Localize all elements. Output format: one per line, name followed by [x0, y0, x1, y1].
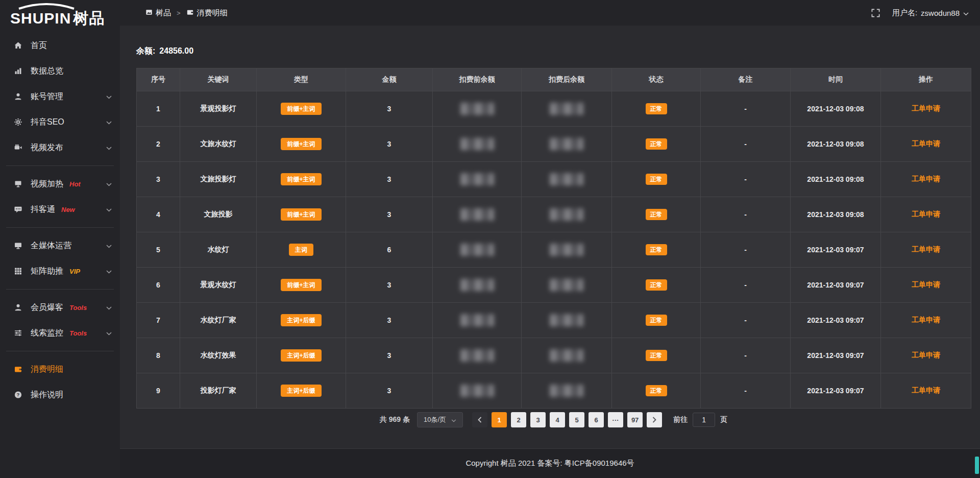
work-order-link[interactable]: 工单申请: [912, 386, 940, 394]
footer: Copyright 树品 2021 备案号: 粤ICP备09019646号: [120, 448, 980, 478]
work-order-link[interactable]: 工单申请: [912, 104, 940, 112]
balance-value: 24856.00: [159, 46, 193, 55]
work-order-link[interactable]: 工单申请: [912, 175, 940, 183]
masked-balance-after: [550, 244, 583, 256]
row-note: -: [744, 316, 747, 324]
sidebar-item-video-publish[interactable]: 视频发布: [0, 135, 120, 160]
sidebar-item-lead-monitor[interactable]: 线索监控 Tools: [0, 320, 120, 346]
masked-balance-after: [550, 103, 583, 115]
type-badge: 主词+后缀: [281, 385, 321, 397]
type-badge: 主词+后缀: [281, 314, 321, 326]
sidebar-item-matrix-boost[interactable]: 矩阵助推 VIP: [0, 258, 120, 284]
sidebar-item-consume-detail[interactable]: 消费明细: [0, 356, 120, 382]
chat-bubble-icon: [14, 205, 23, 213]
sidebar-item-member-burst[interactable]: 会员爆客 Tools: [0, 295, 120, 320]
row-keyword: 景观投影灯: [201, 104, 236, 112]
sidebar-item-label: 消费明细: [31, 364, 63, 375]
masked-balance-before: [460, 349, 494, 362]
masked-balance-before: [460, 385, 494, 397]
sidebar-item-label: 视频加热: [31, 179, 63, 189]
work-order-link[interactable]: 工单申请: [912, 139, 940, 148]
page-button-3[interactable]: 3: [530, 412, 546, 427]
pagination: 共 969 条 10条/页 1 2 3 4 5 6 ··· 97 前往 页: [136, 412, 971, 427]
page-button-2[interactable]: 2: [511, 412, 526, 427]
row-keyword: 景观水纹灯: [201, 280, 236, 289]
sidebar-item-doketong[interactable]: 抖客通 New: [0, 197, 120, 222]
type-badge: 前缀+主词: [281, 173, 321, 185]
sidebar-item-all-media[interactable]: 全媒体运营: [0, 233, 120, 258]
question-icon: ?: [14, 391, 23, 399]
work-order-link[interactable]: 工单申请: [912, 210, 940, 218]
sidebar-divider: [6, 351, 114, 351]
row-amount: 6: [387, 246, 391, 254]
masked-balance-before: [460, 314, 494, 326]
table-row: 8 水纹灯效果 主词+后缀 3 正常 - 2021-12-03 09:07 工单…: [137, 338, 971, 373]
status-badge: 正常: [646, 174, 667, 185]
sidebar-item-home[interactable]: 首页: [0, 33, 120, 58]
page-button-4[interactable]: 4: [550, 412, 565, 427]
row-index: 7: [156, 316, 160, 324]
page-button-97[interactable]: 97: [627, 412, 643, 427]
row-amount: 3: [387, 281, 391, 289]
sidebar-item-label: 抖音SEO: [31, 117, 64, 128]
sidebar-item-douyin-seo[interactable]: 抖音SEO: [0, 109, 120, 135]
page-button-6[interactable]: 6: [589, 412, 604, 427]
masked-balance-before: [460, 279, 494, 291]
sliders-icon: [14, 329, 23, 337]
breadcrumb-root[interactable]: 树品: [145, 8, 171, 18]
page-ellipsis-button[interactable]: ···: [608, 412, 623, 427]
chevron-down-icon: [106, 328, 112, 338]
chevron-down-icon: [106, 205, 112, 214]
col-type: 类型: [257, 68, 346, 91]
next-page-button[interactable]: [647, 412, 662, 427]
sidebar-item-label: 数据总览: [31, 66, 63, 77]
masked-balance-before: [460, 138, 494, 150]
user-icon: [14, 92, 23, 101]
row-keyword: 文旅投影灯: [201, 175, 236, 183]
sidebar-item-data-overview[interactable]: 数据总览: [0, 58, 120, 84]
chevron-down-icon: [106, 117, 112, 127]
work-order-link[interactable]: 工单申请: [912, 351, 940, 359]
member-icon: [14, 303, 23, 312]
sidebar-item-video-heat[interactable]: 视频加热 Hot: [0, 171, 120, 197]
work-order-link[interactable]: 工单申请: [912, 280, 940, 289]
chevron-down-icon: [106, 241, 112, 250]
wallet-icon: [186, 9, 194, 17]
scroll-indicator[interactable]: [975, 457, 979, 474]
fullscreen-icon[interactable]: [871, 9, 880, 17]
user-menu[interactable]: 用户名: zswodun88: [892, 8, 969, 18]
table-row: 9 投影灯厂家 主词+后缀 3 正常 - 2021-12-03 09:07 工单…: [137, 373, 971, 409]
masked-balance-before: [460, 173, 494, 185]
status-badge: 正常: [646, 138, 667, 150]
masked-balance-before: [460, 244, 494, 256]
sidebar-item-instructions[interactable]: ? 操作说明: [0, 382, 120, 408]
page-button-1[interactable]: 1: [492, 412, 507, 427]
main-content: 余额:24856.00 序号 关键词 类型 金额 扣费前余额 扣费后余额 状态 …: [120, 26, 980, 448]
masked-balance-after: [550, 349, 583, 362]
row-time: 2021-12-03 09:08: [807, 210, 864, 219]
sidebar-menu: 首页 数据总览 账号管理 抖音SEO 视频发布 视频加热 Hot: [0, 33, 120, 408]
username-label: 用户名:: [892, 8, 917, 18]
work-order-link[interactable]: 工单申请: [912, 316, 940, 324]
row-note: -: [744, 175, 747, 183]
row-index: 2: [156, 140, 160, 148]
row-time: 2021-12-03 09:08: [807, 105, 864, 113]
row-time: 2021-12-03 09:07: [807, 387, 864, 395]
masked-balance-after: [550, 208, 583, 221]
masked-balance-after: [550, 138, 583, 150]
prev-page-button[interactable]: [472, 412, 487, 427]
goto-page-input[interactable]: [693, 413, 715, 427]
copyright-text: Copyright 树品 2021 备案号: 粤ICP备09019646号: [465, 459, 634, 468]
table-row: 3 文旅投影灯 前缀+主词 3 正常 - 2021-12-03 09:08 工单…: [137, 162, 971, 197]
sidebar-item-account[interactable]: 账号管理: [0, 84, 120, 109]
monitor-icon: [14, 242, 23, 250]
balance-label: 余额:: [136, 46, 155, 55]
row-time: 2021-12-03 09:07: [807, 351, 864, 360]
type-badge: 前缀+主词: [281, 138, 321, 150]
work-order-link[interactable]: 工单申请: [912, 245, 940, 253]
page-button-5[interactable]: 5: [569, 412, 584, 427]
row-index: 4: [156, 210, 160, 219]
page-size-select[interactable]: 10条/页: [417, 412, 463, 427]
chevron-down-icon: [963, 9, 969, 17]
sidebar-item-label: 账号管理: [31, 91, 63, 102]
